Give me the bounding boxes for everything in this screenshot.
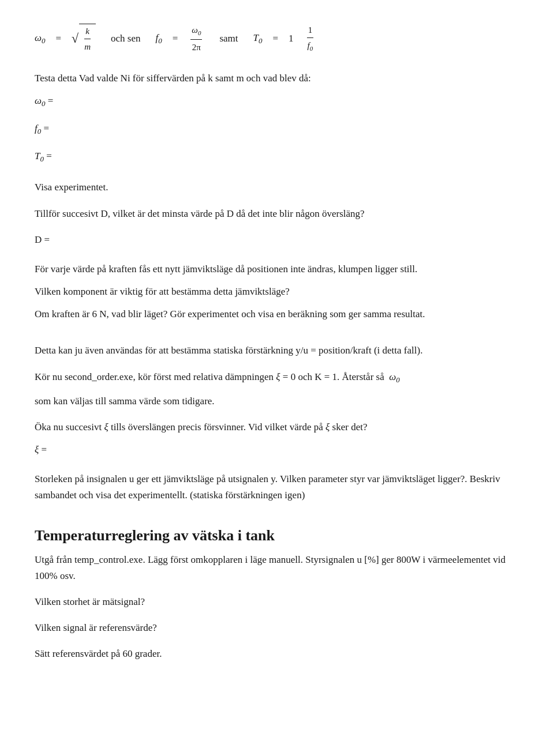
frac-den: 2π bbox=[191, 40, 202, 54]
f0-blank-line: f0 = bbox=[35, 121, 519, 138]
vilken-komponent-line: Vilken komponent är viktig för att bestä… bbox=[35, 284, 519, 299]
one-num: 1 bbox=[307, 23, 314, 38]
f0-equals: = bbox=[43, 123, 49, 134]
D-blank-line: D = bbox=[35, 232, 519, 247]
om-kraften-line: Om kraften är 6 N, vad blir läget? Gör e… bbox=[35, 306, 519, 322]
tillfor-line: Tillför succesivt D, vilket är det minst… bbox=[35, 206, 519, 221]
samt-text: samt bbox=[219, 31, 238, 46]
km-fraction: k m bbox=[83, 24, 92, 54]
T0-equals: = bbox=[46, 151, 52, 161]
vilken-storhet: Vilken storhet är mätsignal? bbox=[35, 594, 519, 610]
storleken-line: Storleken på insignalen u ger ett jämvik… bbox=[35, 471, 519, 502]
sqrt-content: k m bbox=[79, 24, 96, 54]
omega0-label: ω0 bbox=[35, 95, 46, 106]
for-varje-line: För varje värde på kraften fås ett nytt … bbox=[35, 261, 519, 277]
omega0-blank-line: ω0 = bbox=[35, 93, 519, 110]
section-title: Temperaturreglering av vätska i tank bbox=[35, 524, 519, 548]
omega-2pi-fraction: ω0 2π bbox=[190, 23, 202, 54]
D-label: D = bbox=[35, 234, 50, 245]
one-f0-fraction: 1 f0 bbox=[306, 23, 315, 54]
f0-symbol: f0 bbox=[156, 30, 162, 47]
xi-equals: = bbox=[42, 444, 47, 455]
f0-den: f0 bbox=[306, 38, 315, 54]
xi-blank-line: ξ = bbox=[35, 442, 519, 457]
utga-line: Utgå från temp_control.exe. Lägg först o… bbox=[35, 552, 519, 583]
visa-experimentet: Visa experimentet. bbox=[35, 179, 519, 195]
kor-nu-line: Kör nu second_order.exe, kör först med r… bbox=[35, 369, 519, 386]
fraction-numerator: k bbox=[84, 24, 91, 39]
T0-symbol: T0 bbox=[253, 30, 263, 47]
omega0-equals: = bbox=[48, 95, 54, 106]
och-sen-text: och sen bbox=[111, 31, 140, 46]
sqrt-fraction: √ k m bbox=[72, 24, 96, 54]
equals-sign2: = bbox=[173, 31, 178, 46]
testa-detta-line: Testa detta Vad valde Ni för siffervärde… bbox=[35, 70, 519, 86]
sqrt-icon: √ bbox=[72, 32, 78, 45]
satt-ref: Sätt referensvärdet på 60 grader. bbox=[35, 646, 519, 661]
spacer1 bbox=[35, 60, 519, 70]
top-formula-row: ω0 = √ k m och sen f0 = ω0 2π samt T0 = … bbox=[35, 23, 519, 54]
xi-label: ξ bbox=[35, 444, 39, 455]
T0-blank-line: T0 = bbox=[35, 148, 519, 166]
omega0-symbol: ω0 bbox=[35, 30, 46, 47]
equals-sign: = bbox=[56, 31, 62, 46]
oka-nu-line: Öka nu succesivt ξ tills överslängen pre… bbox=[35, 419, 519, 435]
one-text: 1 bbox=[289, 31, 294, 46]
vilken-signal: Vilken signal är referensvärde? bbox=[35, 620, 519, 635]
T0-label: T0 bbox=[35, 151, 44, 161]
detta-kan-line: Detta kan ju även användas för att bestä… bbox=[35, 343, 519, 358]
f0-label: f0 bbox=[35, 123, 41, 134]
equals-sign3: = bbox=[273, 31, 279, 46]
kor-nu-line2: som kan väljas till samma värde som tidi… bbox=[35, 393, 519, 409]
fraction-denominator: m bbox=[83, 39, 92, 54]
frac-num: ω0 bbox=[190, 23, 202, 40]
